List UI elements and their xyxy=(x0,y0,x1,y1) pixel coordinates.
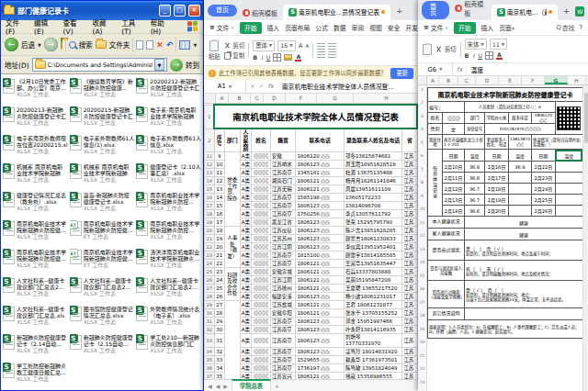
menu-formulas[interactable]: 公式 xyxy=(315,23,328,32)
menu-home[interactable]: 开始 xyxy=(454,22,476,34)
menu-more[interactable]: 页面▼ xyxy=(499,23,514,32)
tab-document[interactable]: S 南京机电...（最新） xyxy=(492,5,558,20)
copy-to-icon[interactable] xyxy=(146,40,153,50)
address-dropdown-icon[interactable]: ▼ xyxy=(154,59,164,71)
up-button[interactable]: ↑ xyxy=(61,40,62,49)
menu-insert[interactable]: 插入 xyxy=(481,23,494,32)
sheet-prev-icon[interactable]: ◀ xyxy=(216,383,220,389)
tab-document[interactable]: S 南京机电职业...员情况登记表 xyxy=(283,5,390,20)
move-to-icon[interactable] xyxy=(136,40,143,50)
cut-button[interactable]: 剪切 xyxy=(224,41,245,50)
menu-insert[interactable]: 插入 xyxy=(267,23,280,32)
paste-button[interactable] xyxy=(423,44,432,55)
menu-file[interactable]: 文件(F) xyxy=(6,17,27,36)
file-item[interactable]: S学工处防控新冠肺炎教工健康日报汇总...XLSX 工作表 xyxy=(3,362,68,390)
new-tab-button[interactable]: + xyxy=(393,6,406,16)
font-name-select[interactable]: 宋体▼ xyxy=(465,39,487,50)
shrink-font-button[interactable]: A xyxy=(306,43,310,49)
confirm-icon[interactable]: ✓ xyxy=(259,83,265,90)
file-item[interactable]: S20200212-新冠肺炎防控健康登记卡汇总...XLSX 工作表 xyxy=(136,77,201,106)
sheet-next-icon[interactable]: ▶ xyxy=(223,383,228,389)
font-color-icon[interactable]: A xyxy=(496,51,503,60)
address-path[interactable]: C:\Documents and Settings\Administrator\… xyxy=(48,61,153,69)
menu-devtools[interactable]: 开发工具 xyxy=(405,23,418,32)
views-icon[interactable] xyxy=(179,40,190,50)
name-box[interactable]: G6▼ xyxy=(418,63,453,75)
file-item[interactable]: S蓝岛-新冠肺炎防控健康登记卡.xlsxXLSX 工作表 xyxy=(70,191,135,219)
go-label[interactable]: 转到 xyxy=(186,60,199,70)
file-item[interactable]: S健康登记卡（2.10人事汇总）.xlsxXLSX 工作表 xyxy=(136,162,201,191)
file-menu[interactable]: ≡文件∨ xyxy=(209,23,234,32)
search-icon[interactable] xyxy=(69,41,76,49)
column-headers[interactable]: A B C D E F G H xyxy=(418,76,588,85)
vertical-scrollbar[interactable] xyxy=(582,85,588,391)
borders-icon[interactable] xyxy=(273,53,281,61)
menu-favorites[interactable]: 收藏(A) xyxy=(92,17,114,36)
forward-button[interactable]: → xyxy=(44,38,58,51)
new-tab-button[interactable]: + xyxy=(560,6,573,16)
menu-review[interactable]: 审阅 xyxy=(352,23,365,32)
tab-docer[interactable]: 稻壳模板 xyxy=(240,6,280,20)
align-right-icon[interactable] xyxy=(317,51,325,58)
update-button[interactable]: 更新 xyxy=(390,68,413,79)
menu-home[interactable]: 开始 xyxy=(240,22,262,34)
file-item[interactable]: ET南京机电职业技术学院新冠肺炎防控健...ET 工作表 xyxy=(70,219,135,248)
folders-icon[interactable] xyxy=(96,40,107,49)
sheet-first-icon[interactable]: ◀ xyxy=(208,383,212,389)
menu-edit[interactable]: 编辑(E) xyxy=(34,17,56,36)
file-item[interactable]: S外聘教师情况统计表（电子系）.xlsxXLSX 工作表 xyxy=(136,305,201,333)
underline-button[interactable]: U xyxy=(266,54,271,61)
font-color-icon[interactable]: A xyxy=(295,53,301,61)
formula-value[interactable]: 南京机电职业技术学院全体人员情况登... xyxy=(278,82,418,91)
file-item[interactable]: S人文社科系--健康卡建议部门汇总表2...XLSX 工作表 xyxy=(70,276,135,305)
find-button[interactable]: Q查找 ? xyxy=(556,23,582,32)
views-dropdown-icon[interactable]: ▼ xyxy=(193,42,197,48)
name-box[interactable]: A1▼ xyxy=(204,80,246,93)
close-button[interactable]: ✕ xyxy=(188,5,200,17)
delete-icon[interactable]: ✕ xyxy=(156,40,164,50)
file-item[interactable]: S新冠肺炎防控健康登记卡（2.14自动...XLSX 工作表 xyxy=(3,333,68,362)
underline-button[interactable]: U xyxy=(478,52,482,59)
file-menu[interactable]: ≡文件∨ xyxy=(424,23,448,32)
file-item[interactable]: S电子系-南京机电职业技术学院新冠肺炎...XLSX 工作表 xyxy=(136,106,201,134)
file-item[interactable]: S机械系 南京机电职业技术学院新冠肺炎...XLSX 工作表 xyxy=(70,162,135,191)
file-item[interactable]: S电子系南京外教师现在位置20200215.xlsxXLSX 工作表 xyxy=(3,134,68,162)
address-input[interactable]: C:\Documents and Settings\Administrator\… xyxy=(32,58,167,72)
align-center-icon[interactable] xyxy=(328,43,336,50)
align-left-icon[interactable] xyxy=(317,43,325,50)
file-item[interactable]: S汤洪洋南京机电职业技术学院新冠肺炎...XLSX 工作表 xyxy=(136,248,201,276)
file-item[interactable]: S南京机电职业技术学院新冠肺炎防控...XLSX 工作表 xyxy=(136,219,201,248)
file-item[interactable]: S电子系外聘教师61人信息.xlsxXLSX 工作表 xyxy=(136,134,201,162)
tab-docer[interactable]: 稻壳模板 xyxy=(452,0,488,20)
go-button[interactable]: → xyxy=(170,59,183,72)
fx-icon[interactable]: fx xyxy=(267,83,273,90)
borders-icon[interactable] xyxy=(485,51,493,60)
back-dropdown-icon[interactable]: ▼ xyxy=(38,42,41,48)
formula-value[interactable]: 温度 xyxy=(467,65,588,74)
file-item[interactable]: S电子系外聘教师61人信息(1).xlsxXLSX 工作表 xyxy=(70,134,135,162)
copy-button[interactable]: 复制 xyxy=(224,51,245,60)
grow-font-button[interactable]: A xyxy=(299,42,303,50)
search-label[interactable]: 搜索 xyxy=(79,39,93,50)
align-justify-icon[interactable] xyxy=(328,51,336,58)
back-label[interactable]: 后退 xyxy=(21,39,35,50)
fx-icon[interactable]: fx xyxy=(457,66,462,73)
minimize-button[interactable]: _ xyxy=(159,5,171,17)
folders-label[interactable]: 文件夹 xyxy=(109,39,130,50)
file-item[interactable]: S学工处210—新冠肺炎防控信息部门汇总...XLSX 工作表 xyxy=(136,333,201,362)
file-item[interactable]: S图书馆防控健康登记情况汇总表.xlsxXLSX 工作表 xyxy=(70,305,135,333)
back-button[interactable]: ← xyxy=(5,38,18,51)
menu-view[interactable]: 视图 xyxy=(369,23,382,32)
paste-button[interactable]: 粘贴 xyxy=(209,40,220,61)
scrollbar-thumb[interactable] xyxy=(584,93,588,143)
bold-button[interactable]: B xyxy=(253,54,257,61)
menu-data[interactable]: 数据 xyxy=(334,23,346,32)
menu-view[interactable]: 查看(V) xyxy=(63,17,85,36)
file-item[interactable]: S南京机电职业技术学院新冠肺炎防控健...XLSX 工作表 xyxy=(3,219,68,248)
sheet-tab[interactable]: 学院总表 xyxy=(232,379,271,391)
center-sheet[interactable]: 1南京机电职业技术学院全体人员情况登记表2序号▾部门▾人员类别▾姓名▾籍贯▾联系… xyxy=(204,104,418,379)
menu-tools[interactable]: 工具(T) xyxy=(121,17,142,36)
file-item[interactable]: S人文社科系--健康卡建议部门汇总表2...XLSX 工作表 xyxy=(3,276,68,305)
file-item[interactable]: S机械系 南京机电职业技术学院新冠肺炎...XLSX 工作表 xyxy=(3,162,68,191)
file-item[interactable]: ET南京机电职业技术学院新冠肺炎防控健...ET 工作表 xyxy=(70,248,135,276)
